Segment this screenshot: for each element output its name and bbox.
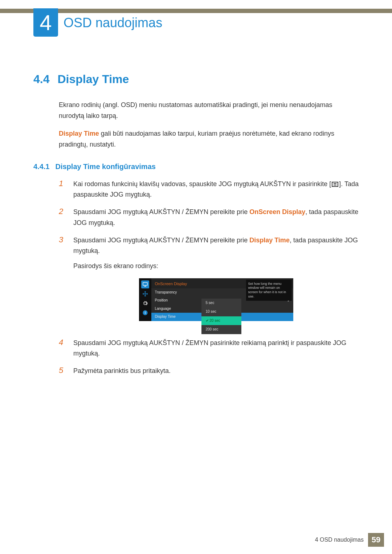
info-icon: i (141, 309, 149, 317)
intro-paragraph-2-rest: gali būti naudojamas laiko tarpui, kuria… (59, 130, 334, 148)
page-number: 59 (368, 533, 384, 547)
osd-sidebar: i (139, 278, 151, 321)
display-time-term: Display Time (59, 130, 99, 137)
step-4: 4 Spausdami JOG mygtuką AUKŠTYN / ŽEMYN … (59, 338, 359, 359)
display-time-term-2: Display Time (249, 237, 290, 244)
footer-chapter-label: 4 OSD naudojimas (315, 537, 364, 543)
step-text: Spausdami JOG mygtuką AUKŠTYN / ŽEMYN pa… (73, 338, 359, 359)
section-heading: 4.4 Display Time (33, 73, 359, 86)
onscreen-display-term: OnScreen Display (249, 208, 305, 216)
step-number: 5 (59, 366, 67, 377)
menu-icon (332, 182, 338, 187)
move-icon (141, 290, 149, 298)
step-5: 5 Pažymėta parinktis bus pritaikyta. (59, 366, 359, 377)
svg-rect-0 (143, 282, 147, 285)
subsection-title: Display Time konfigūravimas (55, 163, 155, 171)
osd-description: Set how long the menu window will remain… (246, 280, 292, 301)
step-1: 1 Kai rodomas funkcinių klavišų vadovas,… (59, 179, 359, 200)
osd-option-20sec: 20 sec (201, 316, 241, 325)
header-bar (0, 9, 392, 13)
intro-paragraph-1: Ekrano rodinių (angl. OSD) meniu nustato… (59, 100, 359, 121)
subsection-number: 4.4.1 (33, 163, 49, 171)
osd-option-200sec: 200 sec (201, 325, 241, 334)
section-number: 4.4 (33, 73, 49, 86)
osd-option-10sec: 10 sec (201, 307, 241, 316)
step-text: Spausdami JOG mygtuką AUKŠTYN / ŽEMYN pe… (73, 207, 359, 228)
osd-option-5sec: 5 sec (201, 299, 241, 308)
content-area: 4.4 Display Time Ekrano rodinių (angl. O… (33, 73, 359, 383)
svg-text:i: i (144, 311, 146, 315)
step-text: Spausdami JOG mygtuką AUKŠTYN / ŽEMYN pe… (73, 235, 359, 331)
step-text: Pažymėta parinktis bus pritaikyta. (73, 366, 171, 377)
osd-submenu: 5 sec 10 sec 20 sec 200 sec (201, 299, 241, 334)
step-number: 4 (59, 338, 67, 359)
osd-main-panel: OnScreen Display Transparency On Positio… (151, 278, 293, 321)
chapter-title: OSD naudojimas (64, 15, 162, 30)
osd-screenshot: i OnScreen Display Transparency On Posit… (139, 278, 293, 321)
step-2: 2 Spausdami JOG mygtuką AUKŠTYN / ŽEMYN … (59, 207, 359, 228)
step-number: 1 (59, 179, 67, 200)
section-title: Display Time (57, 73, 129, 86)
step-number: 3 (59, 235, 67, 331)
monitor-icon (141, 280, 149, 288)
step-text: Kai rodomas funkcinių klavišų vadovas, s… (73, 179, 359, 200)
page-footer: 4 OSD naudojimas 59 (315, 533, 384, 547)
subsection-heading: 4.4.1 Display Time konfigūravimas (33, 163, 359, 171)
step-3: 3 Spausdami JOG mygtuką AUKŠTYN / ŽEMYN … (59, 235, 359, 331)
intro-paragraph-2: Display Time gali būti naudojamas laiko … (59, 128, 359, 150)
step-number: 2 (59, 207, 67, 228)
step-list: 1 Kai rodomas funkcinių klavišų vadovas,… (59, 179, 359, 377)
chapter-number-badge: 4 (33, 8, 58, 37)
gear-icon (141, 299, 149, 307)
